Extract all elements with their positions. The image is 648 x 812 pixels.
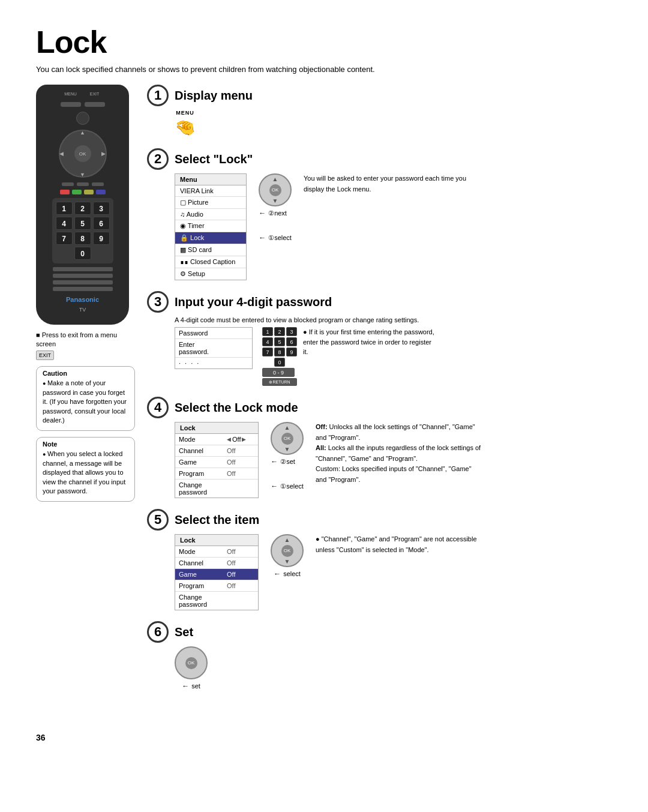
page-number: 36 — [36, 733, 612, 742]
step-2-number: 2 — [147, 148, 169, 170]
num-6[interactable]: 6 — [93, 217, 110, 230]
mini-5: 5 — [274, 337, 285, 346]
lock-program-val: Off — [223, 468, 247, 479]
step-4-content: Lock Mode ◀ Off ▶ Channel — [147, 422, 612, 498]
step-5-lock-table: Lock Mode Off Channel Off Game — [175, 534, 259, 610]
menu-item-viera: VIERA Link — [175, 185, 246, 197]
ok-up-5: ▲ — [284, 537, 290, 543]
remote-circle-button[interactable] — [76, 112, 89, 125]
ok-button[interactable]: OK — [74, 145, 91, 162]
tv-label: TV — [79, 307, 86, 313]
main-layout: MENU EXIT ▲ ▼ ◀ ▶ OK — [36, 85, 612, 715]
step-1-header: 1 Display menu — [147, 85, 612, 106]
num-5[interactable]: 5 — [74, 217, 91, 230]
next-label: ②next — [268, 209, 287, 217]
mini-numpad: 1 2 3 4 5 6 7 8 9 0 0 - 9 ⊕RETURN — [262, 327, 297, 386]
note-list: When you select a locked channel, a mess… — [43, 450, 128, 496]
lock5-game-row: Game Off — [175, 569, 258, 580]
select-label: ①select — [268, 234, 292, 242]
lock5-channel-row: Channel Off — [175, 558, 258, 569]
long-btn-3[interactable] — [53, 280, 113, 284]
step-2-content: Menu VIERA Link ▢ Picture ♫ Audio ◉ Time… — [147, 173, 612, 280]
step-6-dpad-area: OK ← set — [175, 646, 208, 715]
num-4[interactable]: 4 — [56, 217, 73, 230]
yellow-button[interactable] — [84, 190, 94, 194]
ok-up-4: ▲ — [284, 424, 290, 431]
press-exit-note: ■ Press to exit from a menu screen EXIT — [36, 331, 135, 360]
lock-channel-row: Channel Off — [175, 445, 258, 457]
set-label-4: ②set — [280, 458, 295, 466]
lock-game-row: Game Off — [175, 457, 258, 468]
mini-9: 9 — [286, 347, 297, 356]
mini-1: 1 — [262, 327, 273, 336]
press-exit-text: ■ Press to exit from a menu screen — [36, 331, 117, 347]
step-1-block: 1 Display menu MENU 🤏 — [147, 85, 612, 137]
small-btn-2[interactable] — [77, 182, 89, 186]
brand-label: Panasonic — [66, 296, 99, 303]
step-5-header: 5 Select the item — [147, 509, 612, 531]
menu-illustration: Menu VIERA Link ▢ Picture ♫ Audio ◉ Time… — [175, 173, 247, 280]
exit-button[interactable] — [85, 102, 105, 107]
menu-header: Menu — [175, 174, 246, 185]
num-3[interactable]: 3 — [93, 202, 110, 215]
num-7[interactable]: 7 — [56, 232, 73, 245]
menu-item-audio: ♫ Audio — [175, 209, 246, 220]
step-5-dpad-area: ▲ ▼ OK ← select — [271, 534, 304, 610]
long-btn-2[interactable] — [53, 274, 113, 278]
lock5-mode-label: Mode — [175, 546, 223, 557]
step-5-note: ● "Channel", "Game" and "Program" are no… — [316, 534, 484, 610]
remote-small-row — [62, 182, 104, 186]
step-2-dpad: ▲ ▼ OK — [259, 173, 292, 206]
step-5-block: 5 Select the item Lock Mode Off Channe — [147, 509, 612, 610]
steps-column: 1 Display menu MENU 🤏 2 Select "Lock" — [147, 85, 612, 715]
menu-item-picture: ▢ Picture — [175, 197, 246, 209]
step-2-select-label: ← ①select — [259, 233, 292, 242]
mini-7: 7 — [262, 347, 273, 356]
lock-program-label: Program — [175, 468, 223, 479]
exit-label: EXIT — [85, 92, 105, 96]
step-2-header: 2 Select "Lock" — [147, 148, 612, 170]
step-4-set-label: ← ②set — [271, 457, 304, 466]
ok-center-6: OK — [185, 657, 197, 669]
small-btn-3[interactable] — [92, 182, 104, 186]
step-4-dpad-area: ▲ ▼ OK ← ②set ← ①select — [271, 422, 304, 498]
ok-label: OK — [79, 151, 86, 157]
lock5-change-pw-row: Change password — [175, 592, 258, 610]
num-0[interactable]: 0 — [74, 247, 91, 260]
step-6-content: OK ← set — [147, 646, 612, 715]
step-3-title: Input your 4-digit password — [175, 295, 332, 309]
intro-text: You can lock specified channels or shows… — [36, 65, 612, 74]
menu-item-lock: 🔒 Lock — [175, 232, 246, 244]
ok-center-5: OK — [281, 545, 293, 557]
small-btn-1[interactable] — [62, 182, 74, 186]
menu-button[interactable] — [61, 102, 81, 107]
step-6-number: 6 — [147, 621, 169, 643]
lock5-mode-val: Off — [223, 546, 247, 557]
caution-title: Caution — [43, 370, 128, 377]
blue-button[interactable] — [96, 190, 106, 194]
long-btn-1[interactable] — [53, 267, 113, 271]
green-button[interactable] — [72, 190, 82, 194]
lock5-change-pw-label: Change password — [175, 592, 223, 610]
num-1[interactable]: 1 — [56, 202, 73, 215]
remote-column: MENU EXIT ▲ ▼ ◀ ▶ OK — [36, 85, 135, 502]
red-button[interactable] — [60, 190, 70, 194]
ok-down-4: ▼ — [284, 446, 290, 453]
step-3-number: 3 — [147, 291, 169, 313]
step-4-lock-table: Lock Mode ◀ Off ▶ Channel — [175, 422, 259, 498]
step-4-header: 4 Select the Lock mode — [147, 397, 612, 418]
step-5-select-label: ← select — [274, 570, 301, 578]
num-2[interactable]: 2 — [74, 202, 91, 215]
remote-top-labels: MENU EXIT — [61, 92, 105, 96]
password-row-label: Password — [175, 328, 252, 339]
lock5-mode-row: Mode Off — [175, 546, 258, 558]
num-8[interactable]: 8 — [74, 232, 91, 245]
long-btn-4[interactable] — [53, 287, 113, 291]
note-item-1: When you select a locked channel, a mess… — [43, 450, 128, 496]
num-9[interactable]: 9 — [93, 232, 110, 245]
ok-down: ▼ — [272, 197, 278, 204]
step-2-block: 2 Select "Lock" Menu VIERA Link ▢ Pictur… — [147, 148, 612, 280]
step-5-arrow-indicators: ← select — [274, 570, 301, 603]
mini-0: 0 — [274, 358, 285, 367]
step-4-dpad: ▲ ▼ OK — [271, 422, 304, 455]
